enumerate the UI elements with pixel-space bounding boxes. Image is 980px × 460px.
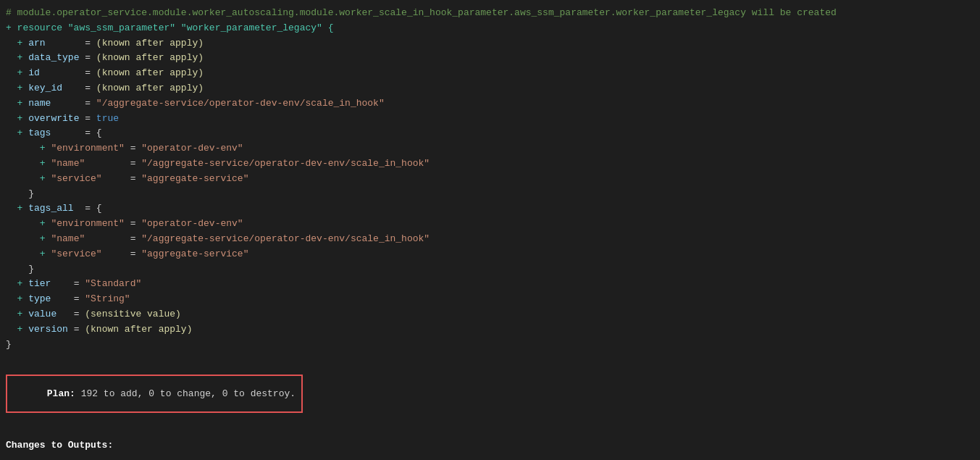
tag-all-service: + "service" = "aggregate-service" bbox=[0, 247, 980, 262]
field-type: + type = "String" bbox=[0, 292, 980, 307]
plan-line: Plan: 192 to add, 0 to change, 0 to dest… bbox=[0, 372, 980, 416]
field-tier: + tier = "Standard" bbox=[0, 277, 980, 292]
comment-line: # module.operator_service.module.worker_… bbox=[0, 6, 980, 21]
field-data-type: + data_type = (known after apply) bbox=[0, 51, 980, 66]
plan-box: Plan: 192 to add, 0 to change, 0 to dest… bbox=[6, 375, 303, 413]
plan-text: 192 to add, 0 to change, 0 to destroy. bbox=[75, 388, 296, 399]
tags-all-close: } bbox=[0, 262, 980, 277]
field-tags-open: + tags = { bbox=[0, 126, 980, 141]
field-key-id: + key_id = (known after apply) bbox=[0, 81, 980, 96]
tag-service: + "service" = "aggregate-service" bbox=[0, 172, 980, 187]
comment-hash: # module.operator_service.module.worker_… bbox=[6, 6, 837, 21]
resource-line: resource "aws_ssm_parameter" "worker_par… bbox=[17, 21, 334, 36]
tag-all-environment: + "environment" = "operator-dev-env" bbox=[0, 217, 980, 232]
field-arn: + arn = (known after apply) bbox=[0, 36, 980, 51]
field-value: + value = (sensitive value) bbox=[0, 307, 980, 322]
empty-line-2 bbox=[0, 420, 980, 435]
field-version: + version = (known after apply) bbox=[0, 322, 980, 338]
tag-environment: + "environment" = "operator-dev-env" bbox=[0, 141, 980, 156]
field-id: + id = (known after apply) bbox=[0, 66, 980, 81]
resource-close: } bbox=[0, 338, 980, 353]
field-overwrite: + overwrite = true bbox=[0, 112, 980, 127]
resource-declaration: + resource "aws_ssm_parameter" "worker_p… bbox=[0, 21, 980, 36]
plus-sign: + bbox=[6, 21, 17, 36]
empty-line-1 bbox=[0, 352, 980, 367]
tags-close: } bbox=[0, 187, 980, 202]
field-tags-all-open: + tags_all = { bbox=[0, 201, 980, 217]
changes-header: Changes to Outputs: bbox=[0, 435, 980, 452]
field-name: + name = "/aggregate-service/operator-de… bbox=[0, 96, 980, 112]
tag-all-name: + "name" = "/aggregate-service/operator-… bbox=[0, 232, 980, 247]
output-create-job-endpoint: + create_job_endpoint = (known after app… bbox=[0, 452, 980, 460]
tag-name: + "name" = "/aggregate-service/operator-… bbox=[0, 156, 980, 172]
plan-bold-label: Plan: bbox=[47, 388, 75, 399]
terminal-output: # module.operator_service.module.worker_… bbox=[0, 0, 980, 460]
